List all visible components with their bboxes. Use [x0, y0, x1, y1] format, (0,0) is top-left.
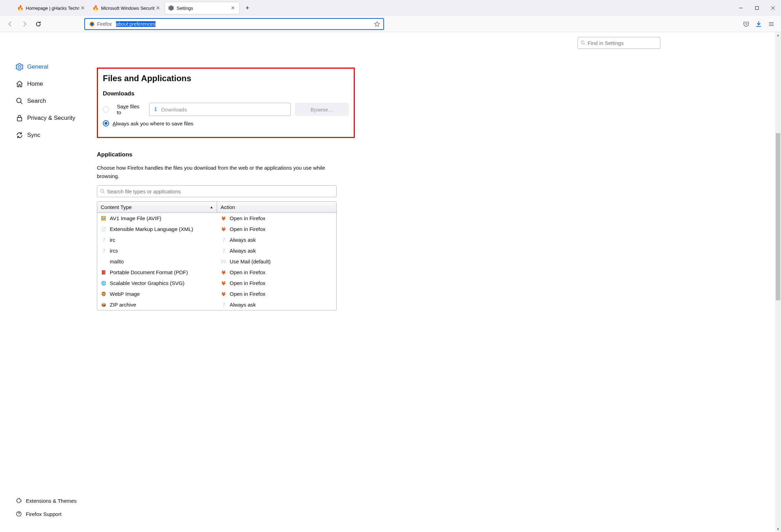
minimize-button[interactable] — [733, 0, 749, 16]
sidebar-item-extensions[interactable]: Extensions & Themes — [15, 495, 82, 506]
sidebar-item-home[interactable]: Home — [15, 77, 82, 91]
find-in-settings[interactable] — [577, 37, 660, 49]
sidebar-item-sync[interactable]: Sync — [15, 128, 82, 142]
cell-action[interactable]: 🦊Open in Firefox — [217, 280, 336, 286]
sync-icon — [15, 131, 24, 139]
table-row[interactable]: ❔ircs❔Always ask — [97, 245, 336, 256]
scroll-up-button[interactable]: ▲ — [775, 32, 781, 38]
url-identity[interactable]: Firefox — [87, 21, 114, 27]
action-icon: 🦊 — [221, 216, 226, 221]
pocket-icon[interactable] — [740, 18, 752, 30]
search-applications-input[interactable] — [107, 188, 334, 194]
back-button[interactable] — [5, 18, 16, 30]
help-icon — [15, 510, 22, 517]
filetype-icon — [101, 259, 106, 264]
tab-ghacks-home[interactable]: 🔥 Homepage | gHacks Technology ✕ — [14, 2, 89, 14]
table-row[interactable]: 📄Extensible Markup Language (XML)🦊Open i… — [97, 224, 336, 234]
table-row[interactable]: 🦁WebP Image🦊Open in Firefox — [97, 288, 336, 299]
lock-icon — [15, 114, 24, 122]
forward-button[interactable] — [19, 18, 30, 30]
table-row[interactable]: 📕Portable Document Format (PDF)🦊Open in … — [97, 267, 336, 278]
puzzle-icon — [15, 497, 22, 504]
action-icon: ❔ — [221, 302, 226, 308]
col-action[interactable]: Action — [217, 202, 336, 213]
tab-title: Homepage | gHacks Technology — [26, 6, 79, 11]
find-input[interactable] — [588, 40, 657, 46]
cell-action[interactable]: ❔Always ask — [217, 237, 336, 243]
scrollbar[interactable]: ▲ ▼ — [775, 32, 781, 532]
action-icon: 🦊 — [221, 226, 226, 232]
search-applications[interactable] — [97, 185, 337, 197]
radio-always-ask[interactable] — [103, 120, 109, 126]
search-icon — [15, 97, 24, 105]
cell-action[interactable]: 🦊Open in Firefox — [217, 269, 336, 275]
close-icon[interactable]: ✕ — [155, 5, 161, 11]
tab-settings[interactable]: Settings ✕ — [164, 2, 240, 14]
sidebar-item-label: Privacy & Security — [27, 115, 75, 122]
tab-title: Microsoft Windows Security Up — [101, 6, 155, 11]
downloads-heading: Downloads — [103, 90, 349, 97]
cell-content-type: 🌐Scalable Vector Graphics (SVG) — [97, 280, 217, 286]
files-and-applications-section: Files and Applications Downloads Save fi… — [97, 68, 355, 138]
applications-description: Choose how Firefox handles the files you… — [97, 164, 337, 180]
cell-action[interactable]: ✉️Use Mail (default) — [217, 259, 336, 264]
cell-action[interactable]: 🦊Open in Firefox — [217, 226, 336, 232]
url-bar[interactable]: Firefox about:preferences — [84, 18, 384, 30]
table-row[interactable]: mailto✉️Use Mail (default) — [97, 256, 336, 267]
sidebar-item-privacy[interactable]: Privacy & Security — [15, 111, 82, 125]
close-icon[interactable]: ✕ — [230, 5, 236, 11]
radio-label-always: Always ask you where to save files — [113, 121, 193, 126]
sidebar-item-label: Search — [27, 98, 46, 105]
reload-button[interactable] — [33, 18, 44, 30]
cell-action[interactable]: ❔Always ask — [217, 248, 336, 254]
downloads-icon[interactable] — [752, 18, 765, 30]
maximize-button[interactable] — [749, 0, 765, 16]
sidebar: General Home Search Privacy & Security S… — [0, 32, 82, 532]
col-content-type[interactable]: Content Type ▲ — [97, 202, 217, 213]
cell-content-type: 📕Portable Document Format (PDF) — [97, 269, 217, 275]
svg-point-6 — [17, 98, 21, 103]
radio-save-files-to[interactable] — [103, 106, 109, 113]
cell-action[interactable]: 🦊Open in Firefox — [217, 291, 336, 297]
action-icon: ❔ — [221, 237, 226, 243]
save-path-field[interactable]: ⬇ Downloads — [149, 103, 291, 116]
filetype-icon: 🦁 — [101, 291, 106, 297]
tab-ms-security[interactable]: 🔥 Microsoft Windows Security Up ✕ — [89, 2, 164, 14]
scroll-thumb[interactable] — [776, 133, 780, 300]
filetype-icon: ❔ — [101, 248, 106, 254]
sidebar-item-support[interactable]: Firefox Support — [15, 508, 82, 519]
table-row[interactable]: ❔irc❔Always ask — [97, 234, 336, 245]
close-window-button[interactable] — [765, 0, 781, 16]
cell-action[interactable]: ❔Always ask — [217, 302, 336, 308]
close-icon[interactable]: ✕ — [79, 5, 86, 11]
ghacks-favicon: 🔥 — [93, 5, 98, 11]
table-row[interactable]: 🌐Scalable Vector Graphics (SVG)🦊Open in … — [97, 278, 336, 288]
table-row[interactable]: 📦ZIP archive❔Always ask — [97, 299, 336, 310]
sidebar-item-general[interactable]: General — [15, 60, 82, 74]
cell-content-type: 🦁WebP Image — [97, 291, 217, 297]
url-text[interactable]: about:preferences — [114, 21, 373, 27]
filetype-icon: 📕 — [101, 270, 106, 275]
new-tab-button[interactable]: + — [242, 2, 253, 14]
cell-action[interactable]: 🦊Open in Firefox — [217, 215, 336, 221]
filetype-icon: 🖼️ — [101, 216, 106, 221]
action-icon: ✉️ — [221, 259, 226, 264]
cell-content-type: 📦ZIP archive — [97, 302, 217, 308]
sidebar-item-search[interactable]: Search — [15, 94, 82, 108]
cell-content-type: 🖼️AV1 Image File (AVIF) — [97, 215, 217, 221]
url-identity-text: Firefox — [97, 21, 112, 27]
applications-heading: Applications — [97, 151, 337, 158]
gear-icon — [15, 63, 24, 71]
filetype-icon: 📄 — [101, 226, 106, 232]
tab-title: Settings — [177, 6, 230, 11]
scroll-down-button[interactable]: ▼ — [775, 526, 781, 532]
sidebar-item-label: Firefox Support — [26, 511, 62, 517]
menu-icon[interactable] — [765, 18, 778, 30]
svg-line-7 — [21, 102, 23, 104]
filetype-icon: 🌐 — [101, 280, 106, 286]
bookmark-star-icon[interactable] — [373, 21, 381, 27]
download-arrow-icon: ⬇ — [153, 106, 158, 113]
browse-button[interactable]: Browse… — [295, 103, 349, 116]
table-row[interactable]: 🖼️AV1 Image File (AVIF)🦊Open in Firefox — [97, 213, 336, 224]
search-icon — [100, 189, 105, 194]
